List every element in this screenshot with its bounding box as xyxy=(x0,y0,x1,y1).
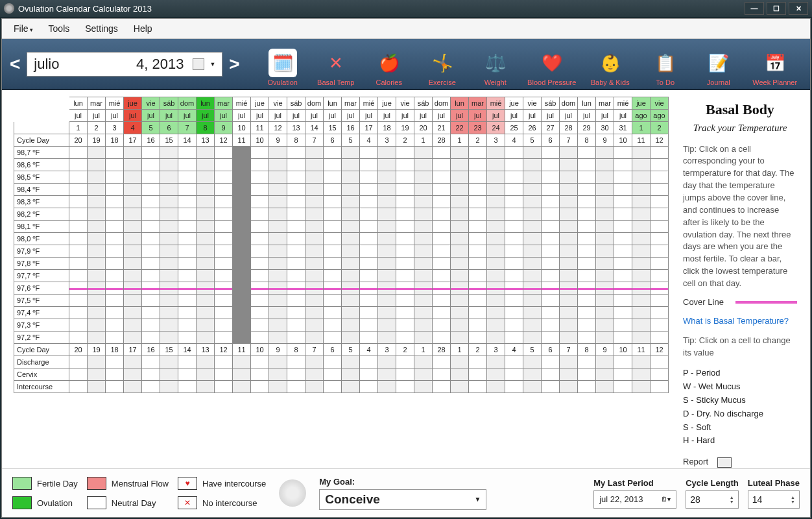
temp-cell[interactable] xyxy=(505,307,523,319)
cycle-day-cell[interactable]: 4 xyxy=(505,134,523,147)
temp-cell[interactable] xyxy=(487,196,505,208)
toolbar-exercise[interactable]: 🤸Exercise xyxy=(418,42,467,86)
temp-cell[interactable] xyxy=(505,295,523,307)
temp-cell[interactable] xyxy=(451,307,469,319)
tracker-cell[interactable] xyxy=(215,381,233,393)
temp-cell[interactable] xyxy=(414,270,433,282)
temp-cell[interactable] xyxy=(596,270,614,282)
day-header[interactable]: mié xyxy=(487,97,505,110)
toolbar-todo[interactable]: 📋To Do xyxy=(641,42,690,86)
tracker-cell[interactable] xyxy=(178,356,197,368)
tracker-cell[interactable] xyxy=(451,381,469,393)
temp-cell[interactable] xyxy=(305,307,324,319)
temp-cell[interactable] xyxy=(632,282,651,295)
temp-label[interactable]: 98,0 ºF xyxy=(14,233,69,245)
day-header[interactable]: jul xyxy=(324,110,342,122)
tracker-cell[interactable] xyxy=(342,381,360,393)
temp-cell[interactable] xyxy=(433,233,451,245)
cycle-day-cell[interactable]: 10 xyxy=(251,344,269,356)
day-header[interactable]: lun xyxy=(197,97,215,110)
temp-cell[interactable] xyxy=(651,307,669,319)
temp-cell[interactable] xyxy=(378,319,396,332)
temp-cell[interactable] xyxy=(396,319,414,332)
temp-cell[interactable] xyxy=(651,295,669,307)
cycle-day-cell[interactable]: 1 xyxy=(451,134,469,147)
temp-cell[interactable] xyxy=(160,233,178,245)
temp-cell[interactable] xyxy=(651,319,669,332)
menu-help[interactable]: Help xyxy=(131,22,155,35)
day-header[interactable]: 23 xyxy=(469,122,487,134)
toolbar-journal[interactable]: 📝Journal xyxy=(694,42,743,86)
temp-cell[interactable] xyxy=(614,233,632,245)
temp-cell[interactable] xyxy=(69,282,88,295)
tracker-cell[interactable] xyxy=(414,368,433,381)
temp-cell[interactable] xyxy=(596,196,614,208)
day-header[interactable]: jul xyxy=(251,110,269,122)
day-header[interactable]: dom xyxy=(178,97,197,110)
tracker-cell[interactable] xyxy=(396,381,414,393)
temp-cell[interactable] xyxy=(88,295,106,307)
temp-cell[interactable] xyxy=(487,159,505,171)
maximize-button[interactable]: ☐ xyxy=(767,2,786,15)
temp-cell[interactable] xyxy=(178,196,197,208)
temp-cell[interactable] xyxy=(342,147,360,159)
temp-cell[interactable] xyxy=(124,245,142,258)
temp-cell[interactable] xyxy=(305,270,324,282)
tracker-cell[interactable] xyxy=(414,356,433,368)
temp-cell[interactable] xyxy=(378,196,396,208)
temp-cell[interactable] xyxy=(342,233,360,245)
prev-date-button[interactable]: < xyxy=(7,54,23,75)
cycle-day-cell[interactable]: 11 xyxy=(632,344,651,356)
day-header[interactable]: jul xyxy=(396,110,414,122)
temp-cell[interactable] xyxy=(324,221,342,233)
tracker-cell[interactable] xyxy=(305,356,324,368)
temp-cell[interactable] xyxy=(233,245,251,258)
temp-cell[interactable] xyxy=(505,319,523,332)
temp-cell[interactable] xyxy=(596,282,614,295)
cycle-day-cell[interactable]: 12 xyxy=(215,344,233,356)
temp-cell[interactable] xyxy=(360,332,378,344)
tracker-cell[interactable] xyxy=(106,356,124,368)
cycle-day-cell[interactable]: 9 xyxy=(596,134,614,147)
tracker-cell[interactable] xyxy=(560,368,578,381)
cycle-length-spinner[interactable]: 28 ▲▼ xyxy=(686,490,739,509)
temp-cell[interactable] xyxy=(414,295,433,307)
temp-cell[interactable] xyxy=(523,233,542,245)
temp-cell[interactable] xyxy=(396,159,414,171)
temp-cell[interactable] xyxy=(433,332,451,344)
temp-cell[interactable] xyxy=(396,307,414,319)
day-header[interactable]: lun xyxy=(578,97,596,110)
tracker-cell[interactable] xyxy=(614,381,632,393)
temp-cell[interactable] xyxy=(88,147,106,159)
temp-cell[interactable] xyxy=(324,282,342,295)
temp-cell[interactable] xyxy=(142,233,160,245)
temp-cell[interactable] xyxy=(505,171,523,184)
day-header[interactable]: jul xyxy=(414,110,433,122)
temp-cell[interactable] xyxy=(469,159,487,171)
temp-cell[interactable] xyxy=(505,332,523,344)
day-header[interactable]: jul xyxy=(69,110,88,122)
temp-cell[interactable] xyxy=(88,233,106,245)
tracker-cell[interactable] xyxy=(651,368,669,381)
temp-cell[interactable] xyxy=(269,245,287,258)
tracker-cell[interactable] xyxy=(124,356,142,368)
temp-cell[interactable] xyxy=(88,221,106,233)
temp-label[interactable]: 97,5 ºF xyxy=(14,295,69,307)
temp-cell[interactable] xyxy=(215,233,233,245)
temp-cell[interactable] xyxy=(197,221,215,233)
temp-cell[interactable] xyxy=(632,171,651,184)
tracker-cell[interactable] xyxy=(487,356,505,368)
temp-cell[interactable] xyxy=(251,233,269,245)
temp-cell[interactable] xyxy=(523,159,542,171)
cycle-day-label[interactable]: Cycle Day xyxy=(14,134,69,147)
tracker-cell[interactable] xyxy=(269,368,287,381)
temp-cell[interactable] xyxy=(269,221,287,233)
temp-cell[interactable] xyxy=(124,258,142,270)
temp-cell[interactable] xyxy=(178,233,197,245)
temp-cell[interactable] xyxy=(106,307,124,319)
temp-cell[interactable] xyxy=(342,245,360,258)
temp-cell[interactable] xyxy=(632,332,651,344)
temp-cell[interactable] xyxy=(560,258,578,270)
temp-cell[interactable] xyxy=(215,245,233,258)
temp-cell[interactable] xyxy=(88,282,106,295)
